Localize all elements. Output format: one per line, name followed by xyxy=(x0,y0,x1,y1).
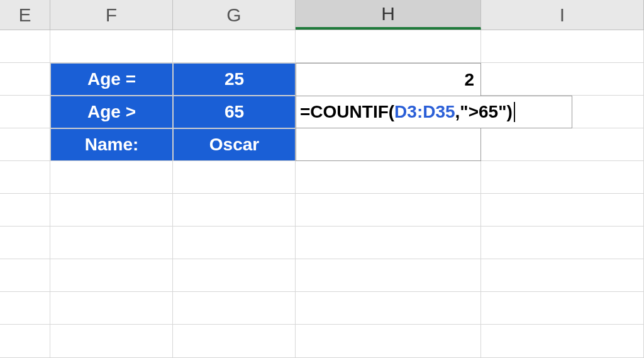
cell-G10[interactable] xyxy=(173,292,296,325)
cell-H2[interactable] xyxy=(296,30,481,63)
cell-I3[interactable] xyxy=(481,63,644,96)
cell-F11[interactable] xyxy=(50,325,173,358)
formula-prefix: =COUNTIF( xyxy=(300,102,394,122)
cell-F6[interactable] xyxy=(50,161,173,194)
cell-H5-outline[interactable] xyxy=(296,128,481,161)
cell-F5[interactable]: Name: xyxy=(50,128,173,161)
cell-E4[interactable] xyxy=(0,96,50,128)
column-headers: E F G H I xyxy=(0,0,644,30)
cell-I5[interactable] xyxy=(481,128,644,161)
col-header-G[interactable]: G xyxy=(173,0,296,30)
cell-H8[interactable] xyxy=(296,227,481,259)
cell-E2[interactable] xyxy=(0,30,50,63)
cell-I10[interactable] xyxy=(481,292,644,325)
cell-F10[interactable] xyxy=(50,292,173,325)
cell-E5[interactable] xyxy=(0,128,50,161)
cell-E8[interactable] xyxy=(0,227,50,259)
cell-G6[interactable] xyxy=(173,161,296,194)
cell-F3[interactable]: Age = xyxy=(50,63,173,96)
cell-G3[interactable]: 25 xyxy=(173,63,296,96)
formula-suffix: ,">65") xyxy=(455,102,513,122)
cell-I2[interactable] xyxy=(481,30,644,63)
cell-F7[interactable] xyxy=(50,194,173,227)
cell-E10[interactable] xyxy=(0,292,50,325)
cell-F9[interactable] xyxy=(50,259,173,292)
cell-E7[interactable] xyxy=(0,194,50,227)
cell-H3[interactable]: 2 xyxy=(296,63,481,96)
col-header-E[interactable]: E xyxy=(0,0,50,30)
cell-G8[interactable] xyxy=(173,227,296,259)
cell-F8[interactable] xyxy=(50,227,173,259)
cell-E11[interactable] xyxy=(0,325,50,358)
cell-E6[interactable] xyxy=(0,161,50,194)
cell-E9[interactable] xyxy=(0,259,50,292)
col-header-F[interactable]: F xyxy=(50,0,173,30)
cell-H4-formula-editor[interactable]: =COUNTIF(D3:D35,">65") xyxy=(296,96,572,128)
col-header-I[interactable]: I xyxy=(481,0,644,30)
cell-I7[interactable] xyxy=(481,194,644,227)
col-header-H[interactable]: H xyxy=(296,0,481,30)
cell-F4[interactable]: Age > xyxy=(50,96,173,128)
cell-G9[interactable] xyxy=(173,259,296,292)
cell-E3[interactable] xyxy=(0,63,50,96)
cell-G4[interactable]: 65 xyxy=(173,96,296,128)
cell-I11[interactable] xyxy=(481,325,644,358)
cell-H9[interactable] xyxy=(296,259,481,292)
cell-G5[interactable]: Oscar xyxy=(173,128,296,161)
cell-F2[interactable] xyxy=(50,30,173,63)
cell-H11[interactable] xyxy=(296,325,481,358)
cell-H10[interactable] xyxy=(296,292,481,325)
cell-I9[interactable] xyxy=(481,259,644,292)
cell-G11[interactable] xyxy=(173,325,296,358)
text-caret-icon xyxy=(514,102,515,122)
cell-G7[interactable] xyxy=(173,194,296,227)
formula-range-ref: D3:D35 xyxy=(394,102,455,122)
cell-G2[interactable] xyxy=(173,30,296,63)
cell-I8[interactable] xyxy=(481,227,644,259)
cell-H7[interactable] xyxy=(296,194,481,227)
cell-H6[interactable] xyxy=(296,161,481,194)
cell-I6[interactable] xyxy=(481,161,644,194)
spreadsheet-grid[interactable]: E F G H I Age = xyxy=(0,0,644,358)
